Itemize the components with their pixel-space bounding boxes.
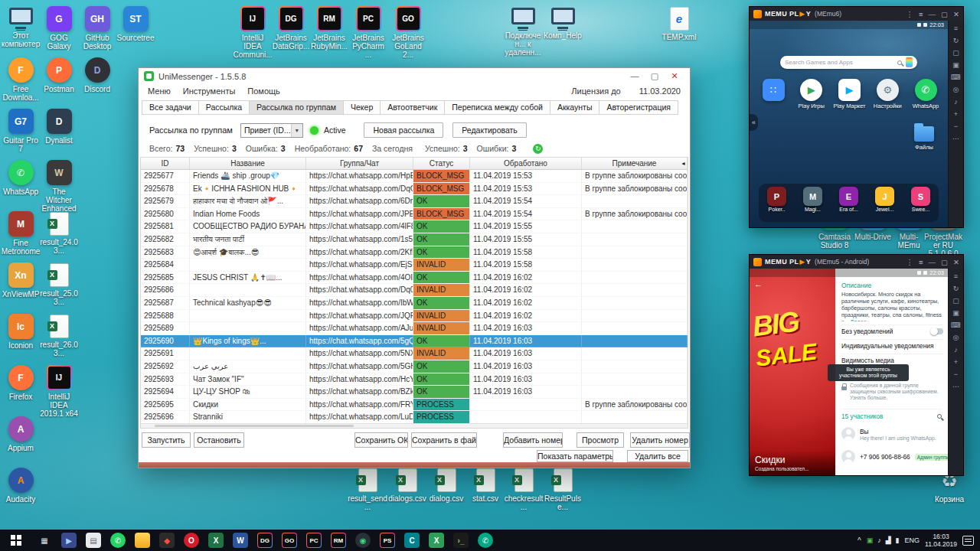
- memu6-menu-button[interactable]: ≡: [919, 10, 923, 18]
- memu6-more-button[interactable]: ⋮: [906, 10, 914, 18]
- close-button[interactable]: ✕: [665, 68, 684, 84]
- table-row[interactable]: 2925694ЦУ-ЦУ SHOP 🛍https://chat.whatsapp…: [141, 386, 688, 399]
- cell-chat-link[interactable]: https://chat.whatsapp.com/DqCiIyIcN...: [306, 183, 413, 196]
- taskbar-app-file-explorer[interactable]: [130, 530, 155, 551]
- cell-chat-link[interactable]: https://chat.whatsapp.com/JQP5SDBt...: [306, 310, 413, 323]
- memu6-titlebar[interactable]: MEMU PL▶Y (MEmu6) ⋮≡—▢✕: [750, 7, 963, 21]
- app-play-games[interactable]: ▶Play Игры: [794, 79, 829, 109]
- taskbar-app-android-studio[interactable]: ◉: [351, 530, 375, 551]
- taskbar-app-movavi[interactable]: ◆: [155, 530, 179, 551]
- screenshot-icon[interactable]: ▣: [952, 309, 959, 317]
- scrollbar-thumb[interactable]: [155, 425, 354, 427]
- chevron-down-icon[interactable]: ▾: [291, 124, 302, 137]
- desktop-icon-result-2503[interactable]: Xresult_25.03...: [39, 262, 79, 306]
- cell-chat-link[interactable]: https://chat.whatsapp.com/4OIxyGESI...: [306, 272, 413, 285]
- column-header[interactable]: Обработано: [470, 158, 582, 169]
- zoom-out-icon[interactable]: −: [954, 122, 958, 130]
- desktop-icon-xnviewmp[interactable]: XnXnViewMP: [1, 262, 41, 298]
- desktop-icon-dynalist[interactable]: DDynalist: [39, 109, 79, 145]
- toggle-switch[interactable]: [931, 328, 943, 334]
- rotate-icon[interactable]: ↻: [953, 37, 959, 44]
- keyboard-icon[interactable]: ⌨: [951, 73, 961, 81]
- minimize-button[interactable]: —: [625, 68, 645, 84]
- taskbar-app-pycharm[interactable]: PC: [302, 530, 326, 551]
- network-tray-icon[interactable]: ▟: [886, 536, 891, 544]
- table-row[interactable]: 2925696Strannikihttps://chat.whatsapp.co…: [141, 411, 688, 423]
- table-row[interactable]: 2925693Чат Замок "IF"https://chat.whatsa…: [141, 373, 688, 386]
- desktop-icon-dialogs-csv[interactable]: Xdialogs.csv: [387, 468, 427, 503]
- desktop-icon-gog-galaxy[interactable]: GGOG Galaxy: [39, 6, 79, 51]
- tab-checker[interactable]: Чекер: [344, 100, 381, 115]
- maximize-button[interactable]: ▢: [645, 68, 665, 84]
- table-row[interactable]: 2925683😍आदर्श 🎓बालक...😎https://chat.what…: [141, 246, 688, 259]
- unimessenger-titlebar[interactable]: UniMessenger - 1.5.5.8 — ▢ ✕: [139, 68, 690, 84]
- desktop-icon-postman[interactable]: PPostman: [39, 57, 79, 93]
- group-poster-image[interactable]: ← BIG SALE Скидки Создана пользовател...: [750, 269, 835, 475]
- taskbar-app-green-messenger[interactable]: ✆: [473, 530, 498, 551]
- column-header[interactable]: Группа/Чат: [306, 158, 413, 169]
- sound-tray-icon[interactable]: ♪: [877, 536, 881, 544]
- table-row[interactable]: 2925685JESUS CHRIST 🙏✝📖...https://chat.w…: [141, 272, 688, 285]
- app-whatsapp[interactable]: ✆WhatsApp: [908, 79, 943, 109]
- search-bar[interactable]: Search Games and Apps: [780, 56, 917, 69]
- cell-chat-link[interactable]: https://chat.whatsapp.com/JPEye4Axj...: [306, 208, 413, 221]
- start-button[interactable]: [0, 530, 32, 551]
- volume-icon[interactable]: ♪: [954, 346, 958, 354]
- cell-chat-link[interactable]: https://chat.whatsapp.com/LuD4KYKr...: [306, 411, 413, 423]
- clock[interactable]: 16:03 11.04.2019: [925, 533, 957, 548]
- desktop-icon-resultpulse[interactable]: XResultPulse...: [543, 468, 583, 511]
- taskbar-app-documents-app[interactable]: ▤: [81, 530, 106, 551]
- cell-chat-link[interactable]: https://chat.whatsapp.com/5NXGNHl...: [306, 347, 413, 360]
- taskbar-app-goland[interactable]: GO: [277, 530, 302, 551]
- more-link[interactable]: Далее: [850, 318, 866, 321]
- taskbar-app-csv-tool[interactable]: X: [424, 530, 449, 551]
- memu5-titlebar[interactable]: MEMU PL▶Y (MEmu5 - Android) ⋮≡—▢✕: [750, 255, 963, 269]
- tab-all-tasks[interactable]: Все задачи: [142, 100, 199, 115]
- column-header[interactable]: Примечание: [582, 158, 688, 169]
- desktop-icon-stat-csv[interactable]: Xstat.csv: [466, 468, 505, 503]
- tray-expand-icon[interactable]: ^: [858, 536, 861, 545]
- cell-chat-link[interactable]: https://chat.whatsapp.com/AJu8Pdh7...: [306, 322, 413, 335]
- back-icon[interactable]: ←: [754, 279, 763, 289]
- volume-icon[interactable]: ♪: [954, 98, 958, 106]
- tab-self-chat[interactable]: Переписка между собой: [445, 100, 550, 115]
- add-number-button[interactable]: Добавить номер: [503, 432, 563, 448]
- cell-chat-link[interactable]: https://chat.whatsapp.com/4lF86l8uK...: [306, 220, 413, 233]
- sidebar-menu-icon[interactable]: ≡: [954, 24, 958, 32]
- member-row[interactable]: ВыHey there! I am using WhatsApp.: [841, 424, 943, 444]
- fullscreen-icon[interactable]: ▢: [952, 49, 959, 57]
- dock-app-jewel[interactable]: JJewel...: [869, 187, 901, 212]
- keyboard-icon[interactable]: ⌨: [951, 321, 961, 329]
- table-row[interactable]: 2925688https://chat.whatsapp.com/JQP5SDB…: [141, 310, 688, 323]
- desktop-icon-appium[interactable]: AAppium: [1, 416, 41, 452]
- table-row[interactable]: 2925677Friends 🚢 ship .group💎https://cha…: [141, 170, 688, 183]
- cell-chat-link[interactable]: https://chat.whatsapp.com/5gQfXuW...: [306, 335, 413, 348]
- desktop-icon-pycharm-shortcut[interactable]: PCJetBrains PyCharm ...: [348, 6, 388, 59]
- stop-button[interactable]: Остановить: [194, 432, 244, 448]
- desktop-icon-rubymine-shortcut[interactable]: RMJetBrains RubyMin...: [309, 6, 349, 51]
- cell-chat-link[interactable]: https://chat.whatsapp.com/HpE2ruqa...: [306, 170, 413, 183]
- table-row[interactable]: 2925695Скидкиhttps://chat.whatsapp.com/F…: [141, 399, 688, 412]
- table-row[interactable]: 2925682भारतीय जनता पार्टीhttps://chat.wh…: [141, 233, 688, 246]
- taskbar-app-clion[interactable]: C: [400, 530, 424, 551]
- taskbar-app-task-view[interactable]: ▦: [32, 530, 57, 551]
- more-icon[interactable]: ⋯: [952, 135, 959, 142]
- memu5-android-screen[interactable]: 22:03 ← BIG SALE Скидки Создана пользова…: [750, 269, 948, 475]
- cell-chat-link[interactable]: https://chat.whatsapp.com/2KfNehiN...: [306, 246, 413, 259]
- edit-button[interactable]: Редактировать: [452, 122, 527, 138]
- desktop-icon-fine-metronome[interactable]: MFine Metronome: [1, 211, 41, 256]
- run-button[interactable]: Запустить: [142, 432, 191, 448]
- tab-group-mailing[interactable]: Рассылка по группам: [250, 100, 344, 115]
- cell-chat-link[interactable]: https://chat.whatsapp.com/1s5QI9U2...: [306, 233, 413, 246]
- app-files[interactable]: Файлы: [906, 126, 942, 151]
- refresh-icon[interactable]: ↻: [533, 144, 543, 154]
- taskbar-app-datagrip[interactable]: DG: [253, 530, 277, 551]
- desktop-icon-intellij-community[interactable]: IJIntelliJ IDEA Communi...: [233, 6, 273, 59]
- taskbar-app-word[interactable]: W: [228, 530, 253, 551]
- memu6-minimize-button[interactable]: —: [929, 10, 936, 18]
- app-app-drawer[interactable]: ∷: [756, 79, 791, 109]
- dock-app-sweet[interactable]: SSwee...: [905, 187, 937, 212]
- dock-app-era-of[interactable]: EEra of...: [833, 187, 865, 212]
- desktop-icon-result-2403[interactable]: Xresult_24.03...: [39, 211, 79, 255]
- desktop-icon-iconion[interactable]: IcIconion: [1, 314, 41, 350]
